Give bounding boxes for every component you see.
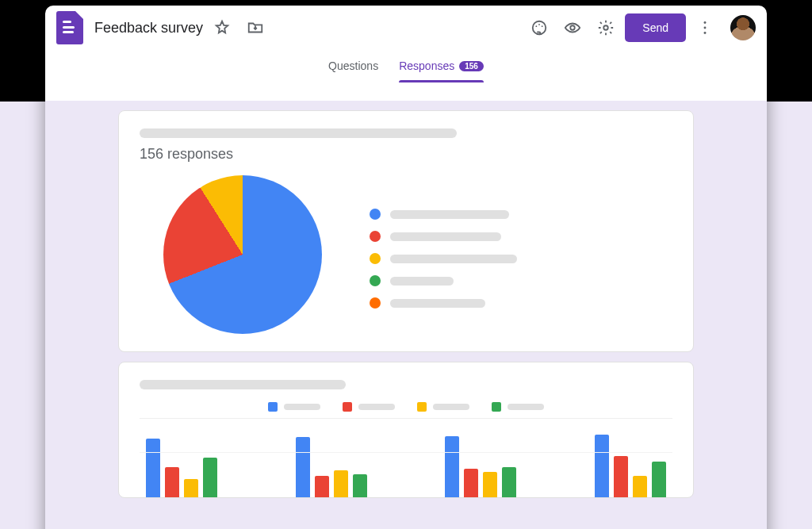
avatar[interactable] [730, 15, 756, 40]
document-title[interactable]: Feedback survey [94, 20, 203, 36]
legend-item [370, 231, 517, 242]
tab-bar: Questions Responses 156 [45, 50, 767, 82]
legend-color-dot [370, 275, 381, 286]
star-icon[interactable] [208, 13, 236, 42]
legend-color-square [343, 402, 352, 412]
bar [353, 474, 367, 497]
tab-label: Questions [328, 59, 378, 72]
legend-item [370, 209, 517, 220]
responses-count-badge: 156 [459, 61, 484, 71]
bar [483, 472, 497, 497]
bar [633, 476, 647, 497]
send-button[interactable]: Send [625, 13, 686, 42]
tab-responses[interactable]: Responses 156 [399, 50, 484, 82]
bar-legend [140, 402, 672, 412]
legend-color-square [492, 402, 501, 412]
gear-icon[interactable] [592, 13, 620, 42]
legend-label-placeholder [284, 404, 320, 410]
legend-item [370, 297, 517, 309]
question-title-placeholder [140, 128, 457, 138]
bar-legend-item [268, 402, 320, 412]
legend-color-square [417, 402, 427, 412]
app-window: Feedback survey Send [45, 6, 767, 529]
legend-label-placeholder [390, 210, 509, 219]
titlebar: Feedback survey Send [45, 6, 767, 50]
pie-legend [370, 201, 517, 309]
bar-group [595, 435, 666, 497]
legend-label-placeholder [390, 232, 501, 241]
move-to-folder-icon[interactable] [241, 13, 270, 42]
bar [502, 467, 516, 497]
legend-label-placeholder [508, 404, 544, 410]
legend-color-square [268, 402, 278, 412]
bar [165, 467, 179, 497]
bar [296, 437, 310, 497]
legend-color-dot [370, 209, 381, 220]
svg-point-8 [704, 32, 707, 34]
summary-card-bar [118, 362, 694, 498]
bar-group [146, 439, 217, 497]
bar [315, 476, 329, 497]
bar [614, 456, 628, 497]
bar-group [445, 436, 516, 497]
svg-point-4 [571, 25, 576, 30]
bar [203, 458, 217, 497]
bar-chart [140, 418, 672, 497]
bar-group [296, 437, 367, 497]
bar [184, 479, 198, 497]
bar-legend-item [492, 402, 544, 412]
legend-color-dot [370, 253, 381, 264]
legend-item [370, 253, 517, 264]
bar [652, 462, 666, 497]
svg-point-1 [536, 25, 538, 27]
forms-logo-icon[interactable] [56, 11, 83, 44]
bar [464, 469, 478, 497]
legend-color-dot [370, 231, 381, 242]
svg-point-7 [704, 27, 707, 29]
legend-label-placeholder [358, 404, 395, 410]
svg-point-2 [538, 24, 540, 25]
palette-icon[interactable] [525, 13, 553, 42]
bar-legend-item [343, 402, 395, 412]
legend-label-placeholder [390, 277, 454, 286]
bar [445, 436, 459, 497]
tab-questions[interactable]: Questions [328, 50, 378, 82]
bar [334, 470, 348, 497]
bar [595, 435, 609, 497]
preview-eye-icon[interactable] [558, 13, 587, 42]
svg-point-6 [704, 21, 707, 24]
pie-chart [163, 175, 322, 334]
svg-point-3 [542, 25, 543, 27]
legend-label-placeholder [390, 255, 517, 263]
legend-color-dot [370, 297, 381, 309]
tab-label: Responses [399, 59, 454, 72]
content-area: 156 responses [45, 101, 767, 529]
question-title-placeholder [140, 380, 346, 389]
responses-count-text: 156 responses [140, 146, 672, 163]
bar-legend-item [417, 402, 469, 412]
bar [146, 439, 160, 497]
legend-item [370, 275, 517, 286]
svg-point-5 [604, 25, 609, 30]
summary-card-pie: 156 responses [118, 110, 694, 352]
more-vert-icon[interactable] [691, 13, 719, 42]
legend-label-placeholder [390, 299, 485, 308]
legend-label-placeholder [433, 404, 469, 410]
